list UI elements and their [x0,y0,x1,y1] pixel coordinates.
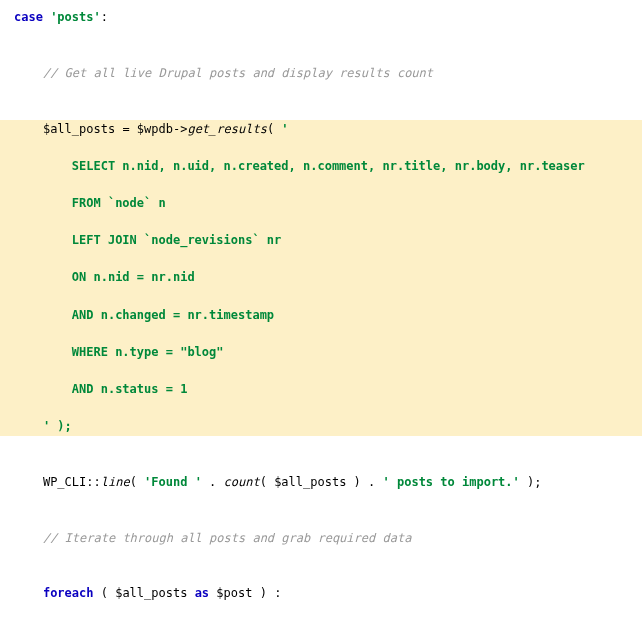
keyword-case: case [14,10,43,24]
code-block: case 'posts': // Get all live Drupal pos… [0,0,642,642]
comment: // Iterate through all posts and grab re… [43,531,411,545]
comment: // Get all live Drupal posts and display… [43,66,433,80]
highlighted-block: $all_posts = $wpdb->get_results( ' SELEC… [0,120,642,436]
string-posts: 'posts' [50,10,101,24]
keyword-foreach: foreach [43,586,94,600]
